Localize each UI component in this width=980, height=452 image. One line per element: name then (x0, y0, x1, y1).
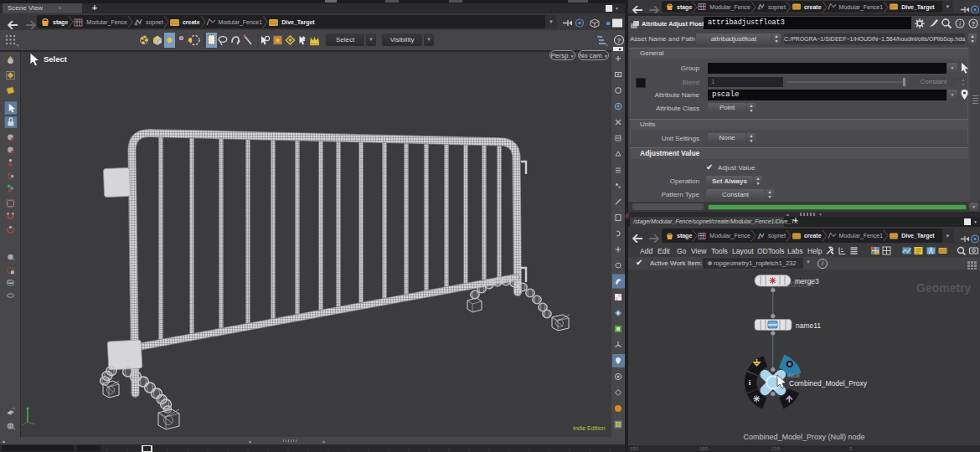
svg-text:Combined_Model_Proxy: Combined_Model_Proxy (789, 379, 868, 388)
svg-text:?: ? (617, 37, 622, 44)
svg-text:Null: Null (788, 372, 800, 379)
svg-text:merge3: merge3 (795, 277, 819, 285)
svg-text:name11: name11 (796, 321, 821, 330)
svg-text:i: i (959, 20, 961, 28)
svg-text:?: ? (972, 20, 976, 28)
svg-text:Combined_Model_Proxy (Null) no: Combined_Model_Proxy (Null) node (743, 433, 864, 441)
